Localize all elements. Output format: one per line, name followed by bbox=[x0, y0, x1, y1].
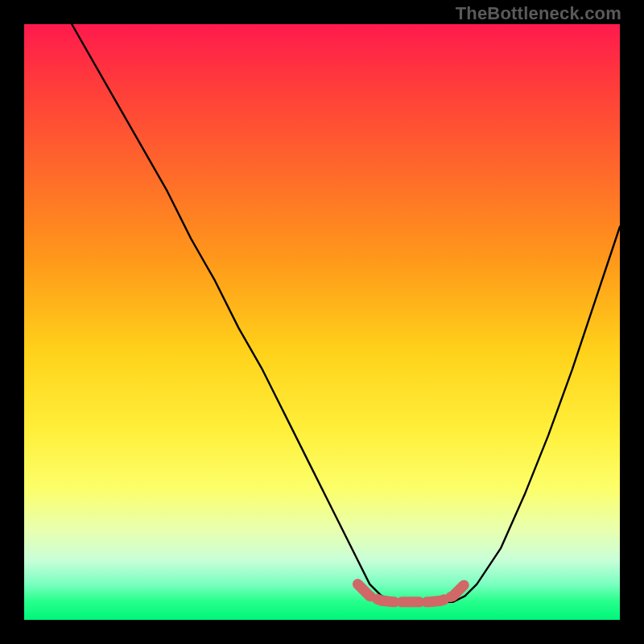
plot-area bbox=[24, 24, 620, 620]
bottleneck-curve bbox=[72, 24, 620, 602]
flat-bottom-highlight bbox=[357, 584, 464, 602]
chart-frame: TheBottleneck.com bbox=[0, 0, 644, 644]
curve-svg bbox=[24, 24, 620, 620]
watermark-text: TheBottleneck.com bbox=[456, 3, 621, 24]
